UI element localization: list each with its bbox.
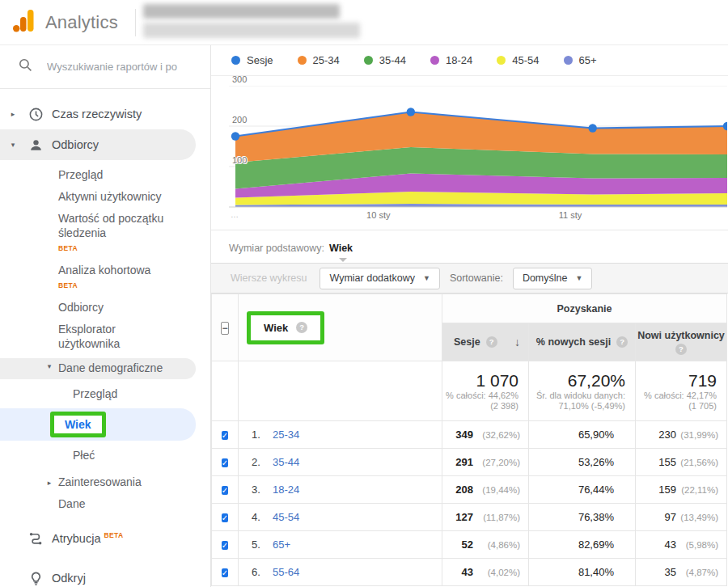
legend-item-sesje[interactable]: Sesje: [231, 54, 273, 66]
new-users-cell: 230(31,99%): [636, 421, 727, 449]
chevron-down-icon: ▼: [575, 274, 582, 282]
age-label-cell: 3.18-24: [239, 476, 442, 504]
row-index: 1.: [252, 429, 273, 441]
legend-dot-icon: [564, 56, 573, 65]
row-checkbox[interactable]: ✓: [222, 541, 228, 550]
legend-item-45-54[interactable]: 45-54: [497, 54, 539, 66]
secondary-dimension-button[interactable]: Wymiar dodatkowy ▼: [320, 268, 439, 289]
legend-label: 18-24: [446, 54, 472, 66]
data-point-dot[interactable]: [588, 124, 596, 132]
sidebar-item-aktywni-użytkownicy[interactable]: Aktywni użytkownicy: [0, 189, 210, 204]
sidebar-item-wiek[interactable]: Wiek: [0, 408, 196, 441]
new-sessions-cell: 82,69%: [529, 531, 636, 559]
row-checkbox[interactable]: ✓: [222, 568, 228, 577]
help-icon[interactable]: ?: [675, 344, 687, 355]
new-sessions-header-label: % nowych sesji: [536, 336, 611, 348]
sidebar-item-czas-rzeczywisty[interactable]: ▸Czas rzeczywisty: [0, 100, 210, 128]
app-logo[interactable]: Analytics: [0, 9, 118, 36]
legend-item-25-34[interactable]: 25-34: [298, 54, 340, 66]
chart-legend: Sesje25-3435-4418-2445-5465+: [211, 45, 728, 76]
sidebar-item-dane-demograficzne[interactable]: ▾Dane demograficzne: [0, 358, 196, 379]
sort-descending-icon[interactable]: ↓: [514, 336, 520, 348]
sidebar-item-przegląd[interactable]: Przegląd: [0, 387, 210, 400]
sidebar-item-zainteresowania[interactable]: ▸Zainteresowania: [0, 475, 210, 489]
sidebar-item-płeć[interactable]: Płeć: [0, 449, 210, 462]
legend-label: 65+: [579, 54, 597, 66]
sidebar-item-odbiorcy[interactable]: Odbiorcy: [0, 300, 210, 315]
sidebar-item-dane[interactable]: Dane: [0, 496, 210, 511]
help-icon[interactable]: ?: [486, 336, 497, 348]
sidebar-item-label: Wartość od początku śledzenia: [58, 211, 165, 240]
lightbulb-icon: [19, 571, 52, 586]
age-bracket-link[interactable]: 65+: [273, 538, 290, 551]
row-checkbox[interactable]: ✓: [222, 458, 228, 467]
beta-badge: BETA: [58, 241, 210, 255]
legend-item-65+[interactable]: 65+: [564, 54, 597, 66]
legend-label: 35-44: [379, 54, 406, 66]
top-header: Analytics: [0, 0, 728, 45]
age-bracket-link[interactable]: 45-54: [273, 511, 299, 523]
legend-dot-icon: [430, 56, 439, 65]
sessions-column-header[interactable]: Sesje ? ↓: [442, 323, 529, 361]
age-bracket-link[interactable]: 25-34: [273, 429, 299, 441]
sidebar-item-odkryj[interactable]: Odkryj: [0, 564, 210, 587]
sidebar-item-atrybucja[interactable]: Atrybucja BETA: [0, 524, 210, 551]
search-input[interactable]: [45, 60, 191, 74]
row-checkbox[interactable]: ✓: [222, 486, 228, 495]
sort-select[interactable]: Domyślne ▼: [513, 268, 593, 289]
sidebar-item-analiza-kohortowa[interactable]: Analiza kohortowaBETA: [0, 263, 210, 293]
person-icon: [19, 137, 52, 153]
sidebar-item-wartość-od-początku-śledzenia[interactable]: Wartość od początku śledzeniaBETA: [0, 211, 210, 255]
age-bracket-link[interactable]: 35-44: [273, 456, 299, 468]
x-axis-tick: 11 sty: [559, 210, 582, 220]
sidebar-item-label: Atrybucja BETA: [52, 531, 124, 545]
table-row-18-24: ✓3.18-24208(19,44%)76,44%159(22,11%): [212, 476, 727, 504]
data-point-dot[interactable]: [231, 132, 239, 140]
sidebar-item-label: Aktywni użytkownicy: [58, 189, 162, 204]
age-bracket-link[interactable]: 18-24: [273, 484, 299, 496]
table-toolbar: Wiersze wykresu Wymiar dodatkowy ▼ Sorto…: [211, 263, 728, 294]
legend-dot-icon: [298, 56, 307, 65]
chevron-down-icon[interactable]: ▾: [43, 359, 56, 374]
report-search[interactable]: [0, 45, 210, 89]
age-label-cell: 2.35-44: [239, 449, 442, 476]
totals-blank-cell: [212, 361, 239, 421]
secondary-dimension-label: Wymiar dodatkowy: [329, 272, 414, 284]
main-content: Sesje25-3435-4418-2445-5465+ 10020030010…: [211, 45, 728, 587]
sidebar-item-odbiorcy[interactable]: ▾Odbiorcy: [0, 129, 196, 160]
age-bracket-link[interactable]: 55-64: [273, 566, 299, 578]
new-sessions-column-header[interactable]: % nowych sesji ?: [529, 323, 636, 361]
totals-new-sessions-value: 67,20%: [529, 370, 625, 391]
new-users-cell: 35(4,87%): [636, 559, 727, 586]
row-checkbox[interactable]: ✓: [222, 513, 228, 522]
totals-new-users-sub1: % całości: 42,17%: [636, 391, 717, 401]
legend-dot-icon: [497, 56, 506, 65]
row-checkbox[interactable]: ✓: [222, 431, 228, 440]
analytics-app: Analytics ▸Czas rzeczywisty▾OdbiorcyPrze…: [0, 0, 728, 587]
chevron-right-icon[interactable]: ▸: [6, 110, 19, 118]
sidebar-item-eksplorator-użytkownika[interactable]: Eksplorator użytkownika: [0, 322, 210, 351]
new-users-header-label: Nowi użytkownicy: [637, 330, 725, 341]
legend-item-35-44[interactable]: 35-44: [364, 54, 406, 66]
totals-sessions-sub1: % całości: 44,62%: [442, 391, 518, 401]
chevron-right-icon[interactable]: ▸: [43, 475, 56, 490]
new-users-cell: 97(13,49%): [636, 504, 727, 531]
sidebar-nav: ▸Czas rzeczywisty▾OdbiorcyPrzeglądAktywn…: [0, 89, 210, 587]
sidebar-item-label: Zainteresowania: [58, 475, 142, 489]
beta-badge: BETA: [58, 278, 210, 293]
legend-item-18-24[interactable]: 18-24: [430, 54, 472, 66]
primary-dimension-bar: Wymiar podstawowy:Wiek: [211, 230, 728, 255]
dimension-header-label[interactable]: Wiek: [264, 322, 288, 334]
sessions-cell: 349(32,62%): [442, 421, 529, 449]
primary-dimension-value[interactable]: Wiek: [329, 243, 353, 254]
help-icon[interactable]: ?: [616, 336, 628, 348]
help-icon[interactable]: ?: [296, 322, 307, 333]
sidebar-item-label: Odbiorcy: [58, 300, 104, 315]
chevron-down-icon[interactable]: ▾: [6, 141, 19, 149]
age-label-cell: 4.45-54: [239, 504, 442, 531]
data-point-dot[interactable]: [407, 108, 415, 116]
sidebar-item-przegląd[interactable]: Przegląd: [0, 167, 210, 182]
collapse-rows-button[interactable]: −: [221, 322, 228, 335]
new-users-column-header[interactable]: Nowi użytkownicy ?: [636, 323, 727, 361]
row-index: 2.: [252, 456, 273, 468]
